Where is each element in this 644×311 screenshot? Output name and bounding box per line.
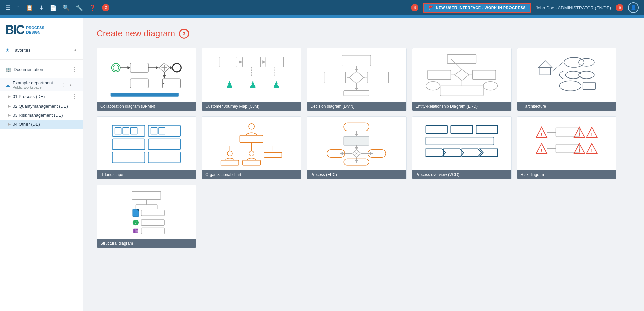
svg-text:!: ! [579, 132, 580, 137]
diagram-card-risk[interactable]: ! ! ! ! [517, 116, 616, 179]
svg-rect-35 [447, 55, 476, 64]
workspace-item[interactable]: ☁ Example department ... Public workspac… [0, 78, 83, 91]
diagram-card-vcd[interactable]: Process overview (VCD) [412, 116, 512, 179]
diagram-preview-org-chart [202, 117, 301, 170]
sidebar: BIC PROCESSDESIGN 1 ★ Favorites ▲ � [0, 18, 83, 311]
svg-point-1 [113, 65, 119, 71]
workspace-more-icon[interactable]: ⋮ [62, 82, 66, 87]
tree-expand-icon-03: ▶ [8, 113, 11, 117]
diagram-label-risk: Risk diagram [517, 170, 616, 179]
search-icon[interactable]: 🔍 [63, 4, 70, 11]
bpmn-svg [100, 52, 193, 98]
structural-svg: ✓ [100, 189, 193, 235]
svg-text:♟: ♟ [226, 80, 233, 89]
annotation-2-badge: 2 [102, 4, 109, 11]
svg-rect-64 [123, 127, 129, 134]
diagram-card-structural[interactable]: ✓ Structural diagram [97, 185, 196, 248]
svg-rect-42 [440, 86, 483, 96]
svg-rect-66 [151, 127, 157, 134]
svg-rect-15 [219, 57, 237, 67]
diagram-label-epc: Process (EPC) [307, 170, 406, 179]
tree-label-02: 02 Qualitymanagement (DE) [13, 104, 68, 109]
diagram-card-bpmn[interactable]: Collaboration diagram (BPMN) [97, 48, 196, 111]
nav-right-group: 4 🚩 NEW USER INTERFACE - WORK IN PROGRES… [411, 2, 639, 13]
tree-item-02[interactable]: ▶ 02 Qualitymanagement (DE) [0, 102, 83, 111]
org-chart-svg [205, 120, 298, 167]
menu-icon[interactable]: ☰ [5, 4, 10, 11]
svg-rect-56 [583, 82, 595, 89]
svg-rect-130 [136, 230, 137, 233]
svg-marker-48 [538, 61, 552, 68]
diagram-card-it-landscape[interactable]: IT landscape [97, 116, 196, 179]
top-navigation: ☰ ⌂ 📋 ⬇ 📄 🔍 🔧 ❓ 2 4 🚩 NEW USER INTERFACE… [0, 0, 644, 15]
diagram-label-structural: Structural diagram [97, 239, 196, 248]
diagram-card-epc[interactable]: Process (EPC) [307, 116, 406, 179]
cloud-icon: ☁ [5, 82, 10, 88]
tree-expand-icon-02: ▶ [8, 104, 11, 108]
help-icon[interactable]: ❓ [89, 4, 96, 11]
sidebar-content: 1 ★ Favorites ▲ 🏢 Documentation ⋮ [0, 42, 83, 129]
tree-item-03[interactable]: ▶ 03 Riskmanagement (DE) [0, 111, 83, 120]
diagram-card-cjm[interactable]: ♟ ♟ ♟ Customer Journey Map (CJM) [202, 48, 301, 111]
svg-point-44 [426, 82, 440, 90]
svg-rect-117 [132, 192, 161, 200]
svg-marker-36 [454, 69, 469, 80]
svg-point-55 [559, 81, 581, 91]
documentation-icon: 🏢 [5, 67, 11, 72]
tree-label-04: 04 Other (DE) [13, 122, 40, 127]
tools-icon[interactable]: 🔧 [76, 4, 83, 11]
svg-rect-26 [342, 55, 371, 66]
new-ui-banner[interactable]: 🚩 NEW USER INTERFACE - WORK IN PROGRESS [423, 3, 531, 13]
svg-rect-108 [556, 144, 579, 153]
download-icon[interactable]: ⬇ [39, 4, 44, 11]
svg-rect-79 [264, 152, 282, 157]
svg-rect-38 [472, 70, 496, 80]
tree-item-01[interactable]: ▶ 01 Process (DE) ⋮ [0, 91, 83, 102]
svg-rect-3 [130, 63, 148, 72]
page-title-text: Create new diagram [97, 28, 175, 38]
svg-point-50 [564, 57, 584, 67]
svg-rect-14 [111, 93, 179, 97]
svg-text:!: ! [541, 148, 542, 153]
diagram-label-vcd: Process overview (VCD) [412, 170, 511, 179]
documentation-more-icon[interactable]: ⋮ [72, 66, 77, 73]
svg-rect-82 [344, 136, 369, 145]
diagram-card-erd[interactable]: Entity-Relationship Diagram (ERD) [412, 48, 512, 111]
diagram-card-it-arch[interactable]: IT architecture [517, 48, 616, 111]
diagram-label-bpmn: Collaboration diagram (BPMN) [97, 102, 196, 111]
sidebar-item-favorites[interactable]: ★ Favorites ▲ [0, 45, 83, 55]
diagram-preview-structural: ✓ [97, 185, 196, 239]
tree-label-01: 01 Process (DE) [13, 94, 45, 99]
workspace-info: Example department ... Public workspace [13, 80, 58, 89]
user-avatar[interactable]: 👤 [628, 2, 639, 13]
document-icon[interactable]: 📄 [50, 4, 57, 11]
user-info-text[interactable]: John Doe - ADMINISTRATOR (EN/DE) [536, 5, 611, 10]
sidebar-favorites-section: ★ Favorites ▲ [0, 42, 83, 58]
diagram-card-org-chart[interactable]: Organizational chart [202, 116, 301, 179]
annotation-5-badge: 5 [616, 4, 623, 11]
svg-rect-131 [137, 230, 138, 232]
sidebar-divider-1 [0, 59, 83, 60]
svg-text:♟: ♟ [272, 80, 280, 89]
blue-stripe [0, 15, 644, 18]
flag-icon: 🚩 [428, 5, 434, 10]
svg-rect-61 [112, 152, 145, 163]
svg-point-45 [483, 82, 497, 90]
svg-rect-60 [148, 139, 180, 150]
dmn-svg [310, 52, 402, 98]
tree-item-04[interactable]: ▶ 04 Other (DE) [0, 120, 83, 129]
svg-rect-80 [344, 123, 369, 131]
svg-rect-17 [266, 57, 284, 67]
diagram-preview-it-landscape [97, 117, 196, 170]
svg-rect-69 [240, 135, 263, 142]
home-icon[interactable]: ⌂ [16, 4, 20, 11]
svg-rect-58 [148, 125, 180, 136]
page-title: Create new diagram [97, 28, 175, 39]
diagram-preview-dmn [307, 48, 406, 102]
diagram-card-dmn[interactable]: Decision diagram (DMN) [307, 48, 406, 111]
annotation-3: 3 [179, 29, 189, 39]
svg-text:!: ! [591, 132, 592, 137]
sidebar-item-documentation[interactable]: 🏢 Documentation ⋮ [0, 64, 83, 75]
clipboard-icon[interactable]: 📋 [26, 4, 33, 11]
tree-more-01[interactable]: ⋮ [72, 93, 77, 100]
